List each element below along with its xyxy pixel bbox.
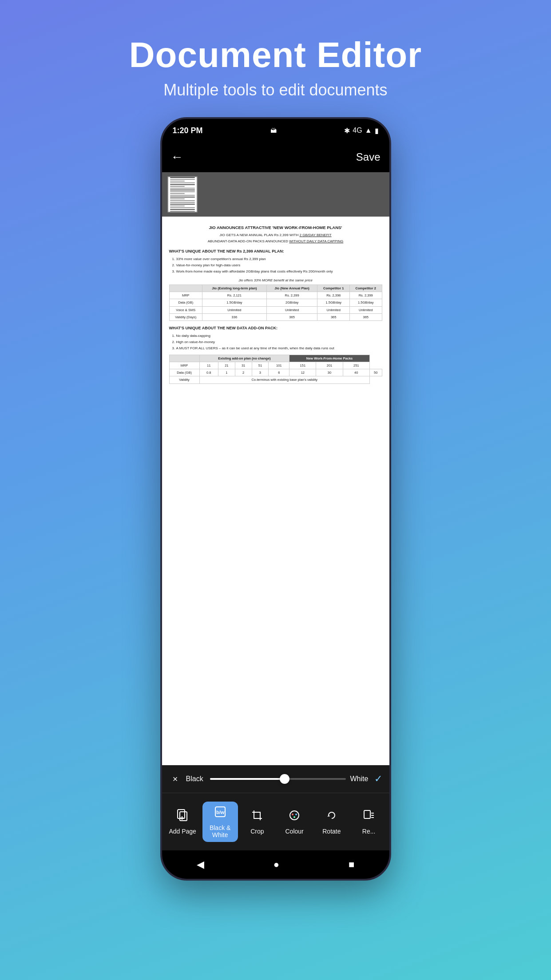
rotate-icon [325, 809, 338, 825]
network-label: 4G [353, 126, 362, 134]
table1-caption: Jio offers 33% MORE benefit at the same … [169, 278, 382, 283]
doc-main-title: JIO ANNOUNCES ATTRACTIVE 'NEW WORK-FROM-… [169, 225, 382, 231]
bw-slider[interactable] [210, 778, 346, 780]
svg-rect-15 [364, 810, 370, 818]
svg-rect-6 [254, 812, 260, 818]
doc-subtitle-line1: JIO GETS A NEW ANNUAL PLAN Rs 2,399 WITH… [169, 233, 382, 238]
slider-thumb[interactable] [280, 774, 289, 784]
nav-home-button[interactable]: ● [274, 859, 279, 870]
svg-point-12 [292, 814, 293, 815]
resize-label: Re... [362, 828, 376, 835]
thumbnail-strip [162, 172, 389, 217]
tool-bar: Add Page b/w Black & White [162, 793, 389, 850]
svg-rect-1 [180, 812, 187, 821]
thumbnail-lines [170, 177, 195, 212]
svg-point-13 [295, 814, 297, 815]
colour-icon [288, 809, 301, 825]
doc-section1-title: WHAT'S UNIQUE ABOUT THE NEW Rs 2,399 ANN… [169, 249, 382, 255]
doc-section2-title: WHAT'S UNIQUE ABOUT THE NEW DATA ADD-ON … [169, 325, 382, 332]
slider-bar: × Black White ✓ [162, 765, 389, 793]
nav-back-button[interactable]: ◀ [197, 859, 204, 870]
list-item: Work-from-home made easy with affordable… [176, 269, 382, 274]
add-page-icon [176, 809, 189, 825]
phone-nav: ◀ ● ■ [162, 850, 389, 879]
svg-text:b/w: b/w [216, 810, 225, 815]
svg-point-11 [290, 811, 299, 820]
confirm-slider-button[interactable]: ✓ [374, 773, 382, 785]
black-label: Black [186, 775, 206, 783]
status-icons: ✱ 4G ▲ ▮ [344, 126, 378, 135]
close-slider-button[interactable]: × [169, 774, 182, 784]
bw-icon: b/w [214, 805, 227, 822]
comparison-table-1: Jio (Existing long-term plan) Jio (New A… [169, 285, 382, 321]
crop-label: Crop [250, 828, 264, 835]
page-header: Document Editor Multiple tools to edit d… [129, 0, 422, 99]
tool-colour[interactable]: Colour [277, 805, 312, 838]
battery-icon: ▮ [375, 126, 379, 135]
save-button[interactable]: Save [356, 151, 381, 163]
back-button[interactable]: ← [171, 150, 183, 164]
comparison-table-2: Existing add-on plan (no change) New Wor… [169, 355, 382, 384]
tool-add-page[interactable]: Add Page [164, 805, 201, 838]
page-title: Document Editor [129, 36, 422, 75]
phone-frame: 1:20 PM 🏔 ✱ 4G ▲ ▮ ← Save [160, 117, 391, 881]
action-bar: ← Save [162, 142, 389, 172]
nav-recent-button[interactable]: ■ [349, 859, 354, 870]
tool-rotate[interactable]: Rotate [314, 805, 349, 838]
slider-fill [210, 778, 285, 780]
list-item: No daily data-capping [176, 333, 382, 339]
doc-subtitle-line2: ABUNDANT-DATA ADD-ON PACKS ANNOUNCED WIT… [169, 239, 382, 244]
add-page-label: Add Page [169, 828, 196, 835]
list-item: Value-for-money plan for high-data users [176, 263, 382, 268]
page-subtitle: Multiple tools to edit documents [129, 81, 422, 99]
svg-rect-0 [178, 810, 185, 818]
list-item: 33% more value over competition's annual… [176, 257, 382, 262]
white-label: White [350, 775, 370, 783]
colour-label: Colour [285, 828, 304, 835]
status-bar: 1:20 PM 🏔 ✱ 4G ▲ ▮ [162, 119, 389, 142]
list-item: High on value-for-money [176, 340, 382, 345]
bw-label: Black & White [210, 824, 230, 838]
status-photo-icon: 🏔 [270, 127, 277, 134]
signal-icon: ▲ [365, 126, 372, 134]
document-content: JIO ANNOUNCES ATTRACTIVE 'NEW WORK-FROM-… [162, 217, 389, 765]
list-item: A MUST FOR ALL USERS – as it can be used… [176, 346, 382, 351]
tool-black-white[interactable]: b/w Black & White [202, 802, 238, 842]
resize-icon [362, 809, 376, 825]
bluetooth-icon: ✱ [344, 126, 350, 135]
doc-thumbnail[interactable] [167, 176, 198, 213]
tool-resize[interactable]: Re... [351, 805, 387, 838]
rotate-label: Rotate [322, 828, 341, 835]
doc-section1-list: 33% more value over competition's annual… [169, 257, 382, 274]
svg-point-14 [293, 816, 295, 818]
tool-crop[interactable]: Crop [239, 805, 275, 838]
crop-icon [250, 809, 264, 825]
status-time: 1:20 PM [173, 126, 203, 135]
doc-section2-list: No daily data-capping High on value-for-… [169, 333, 382, 351]
